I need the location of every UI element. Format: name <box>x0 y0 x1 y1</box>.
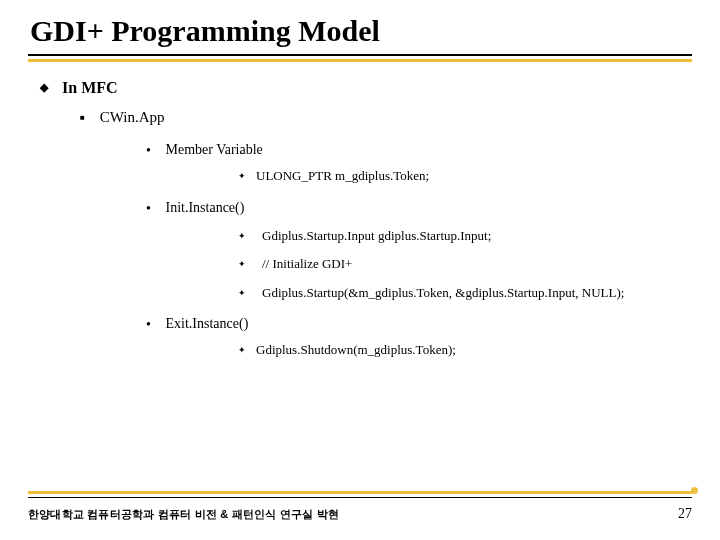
footer-rule <box>28 497 692 498</box>
bullet-exit-instance: Exit.Instance() <box>166 316 249 331</box>
code-line: Gdiplus.Startup(&m_gdiplus.Token, &gdipl… <box>256 285 624 300</box>
footer: 한양대학교 컴퓨터공학과 컴퓨터 비전 & 패턴인식 연구실 박현 27 <box>28 491 692 522</box>
footer-accent-rule <box>28 491 692 494</box>
slide: GDI+ Programming Model In MFC CWin.App M… <box>0 0 720 540</box>
content-area: In MFC CWin.App Member Variable ULONG_PT… <box>28 62 692 359</box>
bullet-member-variable: Member Variable <box>166 142 263 157</box>
code-line: ULONG_PTR m_gdiplus.Token; <box>256 168 429 183</box>
title-rule <box>28 54 692 56</box>
bullet-init-instance: Init.Instance() <box>166 200 245 215</box>
code-line: Gdiplus.Startup.Input gdiplus.Startup.In… <box>256 228 491 243</box>
slide-title: GDI+ Programming Model <box>30 14 692 48</box>
page-number: 27 <box>678 506 692 522</box>
code-line: Gdiplus.Shutdown(m_gdiplus.Token); <box>256 342 456 357</box>
code-line: // Initialize GDI+ <box>256 256 352 271</box>
footer-org: 한양대학교 컴퓨터공학과 컴퓨터 비전 & 패턴인식 연구실 박현 <box>28 507 339 522</box>
bullet-lvl1: In MFC <box>62 79 118 96</box>
footer-dot-icon <box>691 487 698 494</box>
bullet-lvl2: CWin.App <box>100 109 165 125</box>
